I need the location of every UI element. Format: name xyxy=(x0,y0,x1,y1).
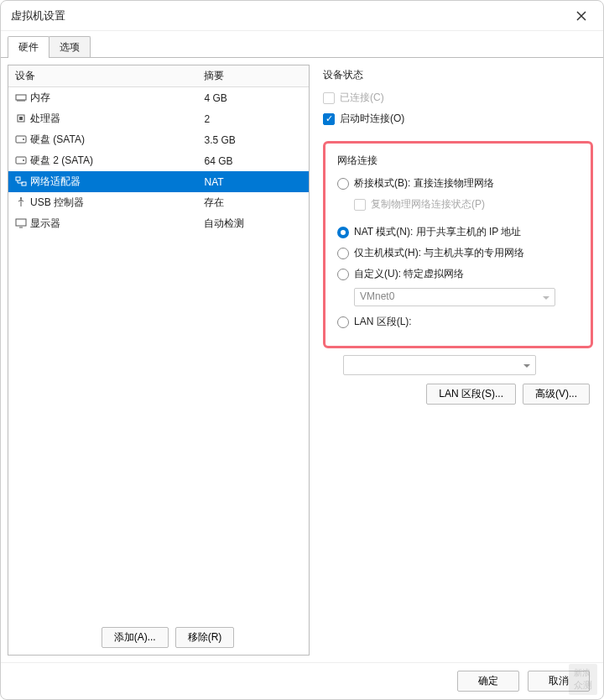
close-button[interactable] xyxy=(570,4,593,28)
hostonly-radio[interactable]: 仅主机模式(H): 与主机共享的专用网络 xyxy=(337,243,579,264)
device-summary: 2 xyxy=(197,108,309,129)
lan-segment-radio[interactable]: LAN 区段(L): xyxy=(337,311,579,332)
tab-hardware[interactable]: 硬件 xyxy=(8,36,49,58)
svg-rect-5 xyxy=(16,157,26,164)
svg-rect-0 xyxy=(16,95,26,100)
checkbox-icon xyxy=(323,113,335,125)
col-summary[interactable]: 摘要 xyxy=(197,65,309,87)
device-name: USB 控制器 xyxy=(30,196,84,208)
hostonly-label: 仅主机模式(H): 与主机共享的专用网络 xyxy=(354,246,524,260)
replicate-label: 复制物理网络连接状态(P) xyxy=(371,197,485,212)
device-summary: 自动检测 xyxy=(197,213,309,234)
device-summary: 存在 xyxy=(197,192,309,213)
watermark: 新浪 众测 xyxy=(569,664,597,695)
nat-radio[interactable]: NAT 模式(N): 用于共享主机的 IP 地址 xyxy=(337,222,579,243)
usb-icon xyxy=(15,197,27,207)
table-row[interactable]: USB 控制器存在 xyxy=(8,192,309,213)
device-summary: 4 GB xyxy=(197,87,309,109)
network-buttons-row: LAN 区段(S)... 高级(V)... xyxy=(323,384,593,405)
content-area: 设备 摘要 内存4 GB处理器2硬盘 (SATA)3.5 GB硬盘 2 (SAT… xyxy=(1,58,603,662)
lan-segment-select[interactable] xyxy=(343,355,536,375)
add-button[interactable]: 添加(A)... xyxy=(102,627,169,648)
device-name: 显示器 xyxy=(30,217,60,229)
table-row[interactable]: 显示器自动检测 xyxy=(8,213,309,234)
vmnet-select[interactable]: VMnet0 xyxy=(354,288,555,306)
network-connection-highlight: 网络连接 桥接模式(B): 直接连接物理网络 复制物理网络连接状态(P) NAT… xyxy=(323,141,593,348)
table-row[interactable]: 硬盘 2 (SATA)64 GB xyxy=(8,150,309,171)
device-status-group: 设备状态 已连接(C) 启动时连接(O) xyxy=(323,68,593,129)
device-summary: 64 GB xyxy=(197,150,309,171)
radio-icon xyxy=(337,316,349,328)
table-row[interactable]: 处理器2 xyxy=(8,108,309,129)
svg-rect-7 xyxy=(16,177,20,180)
table-row[interactable]: 网络适配器NAT xyxy=(8,171,309,192)
svg-rect-10 xyxy=(16,219,26,226)
network-icon xyxy=(15,176,27,186)
tab-options[interactable]: 选项 xyxy=(49,36,91,58)
disk-icon xyxy=(15,155,27,165)
device-name: 硬盘 (SATA) xyxy=(30,133,85,145)
device-name: 网络适配器 xyxy=(30,175,81,187)
device-status-label: 设备状态 xyxy=(323,68,593,82)
svg-rect-2 xyxy=(19,117,23,120)
remove-button[interactable]: 移除(R) xyxy=(175,627,235,648)
radio-icon xyxy=(337,227,349,238)
connected-checkbox-row[interactable]: 已连接(C) xyxy=(323,87,593,108)
bridged-label: 桥接模式(B): 直接连接物理网络 xyxy=(354,176,494,191)
connect-at-poweron-row[interactable]: 启动时连接(O) xyxy=(323,108,593,129)
custom-radio[interactable]: 自定义(U): 特定虚拟网络 xyxy=(337,264,579,285)
col-device[interactable]: 设备 xyxy=(8,65,197,87)
table-row[interactable]: 内存4 GB xyxy=(8,87,309,109)
checkbox-icon xyxy=(323,92,335,104)
svg-rect-3 xyxy=(16,136,26,143)
vm-settings-dialog: 虚拟机设置 硬件 选项 设备 摘要 内存4 GB处理器2硬盘 (SATA)3.5… xyxy=(0,0,604,700)
window-title: 虚拟机设置 xyxy=(11,8,570,24)
device-summary: NAT xyxy=(197,171,309,192)
device-table: 设备 摘要 内存4 GB处理器2硬盘 (SATA)3.5 GB硬盘 2 (SAT… xyxy=(8,65,309,655)
svg-point-9 xyxy=(20,197,22,199)
device-summary: 3.5 GB xyxy=(197,129,309,150)
close-icon xyxy=(576,11,586,21)
ok-button[interactable]: 确定 xyxy=(457,671,519,692)
custom-label: 自定义(U): 特定虚拟网络 xyxy=(354,267,464,281)
device-name: 内存 xyxy=(30,91,50,103)
device-name: 处理器 xyxy=(30,112,60,124)
connect-at-poweron-label: 启动时连接(O) xyxy=(340,112,404,126)
connected-label: 已连接(C) xyxy=(340,91,384,105)
titlebar: 虚拟机设置 xyxy=(1,1,603,31)
display-icon xyxy=(15,218,27,228)
disk-icon xyxy=(15,134,27,144)
radio-icon xyxy=(337,178,349,190)
bridged-radio[interactable]: 桥接模式(B): 直接连接物理网络 xyxy=(337,173,579,194)
advanced-button[interactable]: 高级(V)... xyxy=(523,384,590,405)
network-connection-label: 网络连接 xyxy=(337,154,579,168)
replicate-checkbox[interactable]: 复制物理网络连接状态(P) xyxy=(354,194,579,215)
svg-point-4 xyxy=(23,138,24,140)
memory-icon xyxy=(15,92,27,102)
cpu-icon xyxy=(15,113,27,123)
device-list-panel: 设备 摘要 内存4 GB处理器2硬盘 (SATA)3.5 GB硬盘 2 (SAT… xyxy=(8,65,310,656)
device-list-buttons: 添加(A)... 移除(R) xyxy=(17,620,319,655)
settings-panel: 设备状态 已连接(C) 启动时连接(O) 网络连接 桥接模式(B): 直接连接物… xyxy=(320,65,596,656)
table-row[interactable]: 硬盘 (SATA)3.5 GB xyxy=(8,129,309,150)
dialog-footer: 确定 取消 xyxy=(1,662,603,699)
nat-label: NAT 模式(N): 用于共享主机的 IP 地址 xyxy=(354,225,521,239)
lan-segment-label: LAN 区段(L): xyxy=(354,315,412,329)
device-name: 硬盘 2 (SATA) xyxy=(30,154,93,166)
checkbox-icon xyxy=(354,199,366,211)
tab-bar: 硬件 选项 xyxy=(1,34,603,58)
lan-segments-button[interactable]: LAN 区段(S)... xyxy=(426,384,516,405)
svg-point-6 xyxy=(23,159,24,161)
radio-icon xyxy=(337,269,349,280)
radio-icon xyxy=(337,248,349,259)
